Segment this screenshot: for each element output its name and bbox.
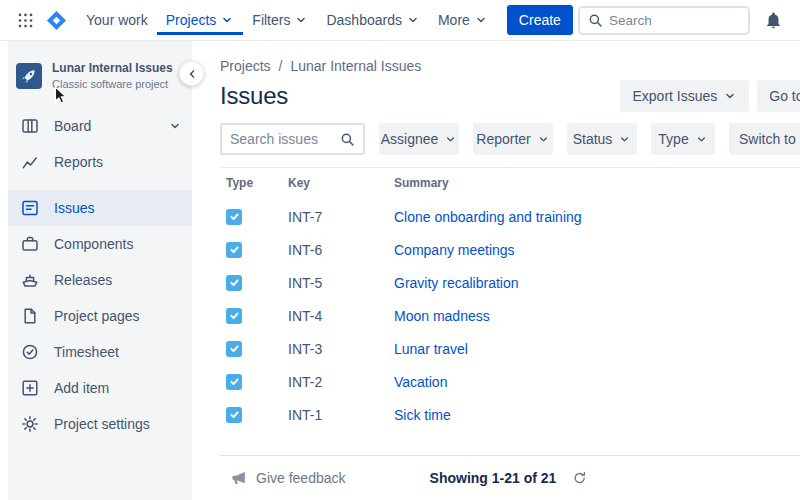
issue-summary-link[interactable]: Gravity recalibration — [394, 275, 800, 291]
issue-summary-link[interactable]: Clone onboarding and training — [394, 209, 800, 225]
notifications-button[interactable] — [758, 5, 788, 35]
column-header-type: Type — [226, 176, 288, 190]
assignee-filter-dropdown[interactable]: Assignee — [379, 123, 459, 155]
issue-summary-link[interactable]: Moon madness — [394, 308, 800, 324]
chevron-down-icon — [294, 13, 308, 27]
reporter-filter-label: Reporter — [476, 131, 530, 147]
page-title: Issues — [220, 82, 288, 110]
issue-key: INT-2 — [288, 374, 394, 390]
nav-dashboards-label: Dashboards — [326, 12, 402, 28]
issues-icon — [20, 198, 40, 218]
sidebar-item-components[interactable]: Components — [8, 226, 192, 262]
sidebar-item-issues[interactable]: Issues — [8, 190, 192, 226]
sidebar-item-label: Releases — [54, 272, 112, 288]
jira-logo-icon[interactable] — [46, 10, 67, 31]
sidebar-item-add-item[interactable]: Add item — [8, 370, 192, 406]
export-issues-button[interactable]: Export Issues — [620, 80, 749, 112]
give-feedback-button[interactable]: Give feedback — [230, 469, 346, 487]
chevron-down-icon — [406, 13, 420, 27]
issue-summary-link[interactable]: Vacation — [394, 374, 800, 390]
table-row: INT-5 Gravity recalibration — [220, 266, 800, 299]
issue-key: INT-5 — [288, 275, 394, 291]
sidebar-item-board[interactable]: Board — [8, 108, 192, 144]
project-meta: Lunar Internal Issues Classic software p… — [52, 61, 173, 90]
issue-key: INT-4 — [288, 308, 394, 324]
search-icon — [588, 13, 603, 28]
issue-key: INT-3 — [288, 341, 394, 357]
top-navigation: Your work Projects Filters Dashboards Mo… — [0, 0, 800, 41]
pagination-status: Showing 1-21 of 21 — [430, 467, 591, 489]
status-filter-dropdown[interactable]: Status — [567, 123, 637, 155]
table-footer: Give feedback Showing 1-21 of 21 — [220, 455, 800, 500]
global-search[interactable] — [578, 6, 750, 35]
sidebar-item-releases[interactable]: Releases — [8, 262, 192, 298]
breadcrumb-projects-link[interactable]: Projects — [220, 58, 271, 74]
go-to-advanced-search-button[interactable]: Go to adv — [757, 80, 800, 112]
export-issues-label: Export Issues — [632, 88, 717, 104]
nav-dashboards[interactable]: Dashboards — [317, 5, 429, 35]
refresh-button[interactable] — [568, 467, 590, 489]
project-name: Lunar Internal Issues — [52, 61, 173, 75]
type-filter-dropdown[interactable]: Type — [651, 123, 715, 155]
chevron-down-icon — [474, 13, 488, 27]
project-header[interactable]: Lunar Internal Issues Classic software p… — [8, 53, 192, 102]
reporter-filter-dropdown[interactable]: Reporter — [473, 123, 553, 155]
search-icon — [340, 132, 355, 147]
sidebar-item-label: Reports — [54, 154, 103, 170]
releases-icon — [20, 270, 40, 290]
megaphone-icon — [230, 469, 248, 487]
global-search-input[interactable] — [609, 13, 740, 28]
title-actions: Export Issues Go to adv — [620, 80, 800, 112]
task-checkbox-icon[interactable] — [226, 308, 242, 324]
chevron-left-icon — [185, 67, 199, 81]
switch-view-label: Switch to d — [739, 131, 800, 147]
search-issues-field[interactable] — [220, 123, 365, 155]
timesheet-icon — [20, 342, 40, 362]
status-filter-label: Status — [573, 131, 613, 147]
nav-projects-label: Projects — [166, 12, 217, 28]
issue-summary-link[interactable]: Sick time — [394, 407, 800, 423]
breadcrumb-project-link[interactable]: Lunar Internal Issues — [290, 58, 421, 74]
nav-more[interactable]: More — [429, 5, 497, 35]
sidebar-item-label: Project settings — [54, 416, 150, 432]
app-switcher-button[interactable] — [10, 5, 40, 35]
breadcrumb-separator: / — [279, 58, 283, 74]
sidebar-item-project-pages[interactable]: Project pages — [8, 298, 192, 334]
type-filter-label: Type — [658, 131, 688, 147]
sidebar-item-project-settings[interactable]: Project settings — [8, 406, 192, 442]
sidebar-item-label: Components — [54, 236, 133, 252]
sidebar-collapse-button[interactable] — [179, 61, 204, 86]
table-row: INT-7 Clone onboarding and training — [220, 200, 800, 233]
task-checkbox-icon[interactable] — [226, 275, 242, 291]
title-row: Issues Export Issues Go to adv — [220, 79, 800, 113]
issue-summary-link[interactable]: Lunar travel — [394, 341, 800, 357]
task-checkbox-icon[interactable] — [226, 242, 242, 258]
bell-icon — [764, 11, 783, 30]
sidebar-item-timesheet[interactable]: Timesheet — [8, 334, 192, 370]
nav-more-label: More — [438, 12, 470, 28]
issues-table: Type Key Summary INT-7 Clone onboarding … — [220, 167, 800, 431]
pages-icon — [20, 306, 40, 326]
task-checkbox-icon[interactable] — [226, 341, 242, 357]
main-content: Projects / Lunar Internal Issues Issues … — [192, 41, 800, 500]
rocket-project-avatar — [16, 63, 42, 89]
search-issues-input[interactable] — [230, 131, 336, 147]
sidebar-item-reports[interactable]: Reports — [8, 144, 192, 180]
assignee-filter-label: Assignee — [381, 131, 439, 147]
chevron-down-icon — [723, 89, 737, 103]
issue-summary-link[interactable]: Company meetings — [394, 242, 800, 258]
nav-projects[interactable]: Projects — [157, 5, 244, 35]
task-checkbox-icon[interactable] — [226, 407, 242, 423]
sidebar-nav: Board Reports Issues Components — [8, 108, 192, 442]
sidebar-item-label: Board — [54, 118, 91, 134]
nav-your-work[interactable]: Your work — [77, 5, 157, 35]
nav-filters[interactable]: Filters — [243, 5, 317, 35]
project-sidebar: Lunar Internal Issues Classic software p… — [0, 41, 192, 500]
task-checkbox-icon[interactable] — [226, 374, 242, 390]
reports-icon — [20, 152, 40, 172]
task-checkbox-icon[interactable] — [226, 209, 242, 225]
create-button[interactable]: Create — [507, 5, 573, 35]
chevron-down-icon — [537, 133, 550, 146]
table-header-row: Type Key Summary — [220, 168, 800, 200]
switch-view-button[interactable]: Switch to d — [729, 123, 800, 155]
